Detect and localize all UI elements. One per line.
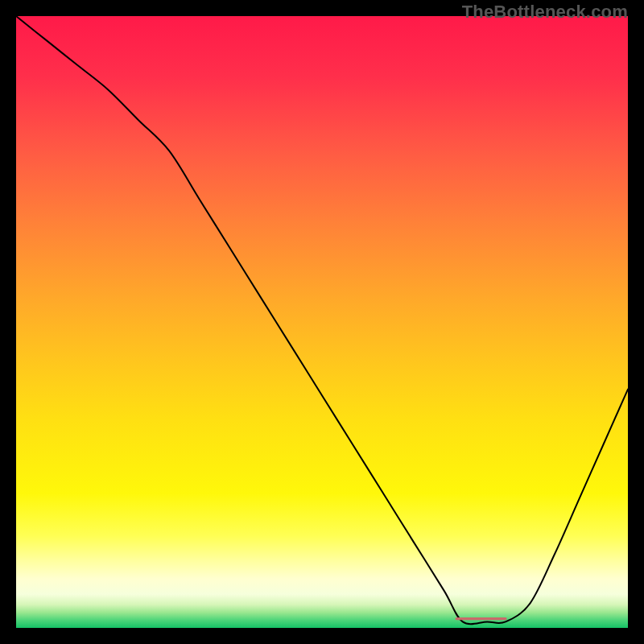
chart-background (16, 16, 628, 628)
bottleneck-chart (16, 16, 628, 628)
chart-stage: TheBottleneck.com (0, 0, 644, 644)
watermark-label: TheBottleneck.com (462, 2, 628, 23)
